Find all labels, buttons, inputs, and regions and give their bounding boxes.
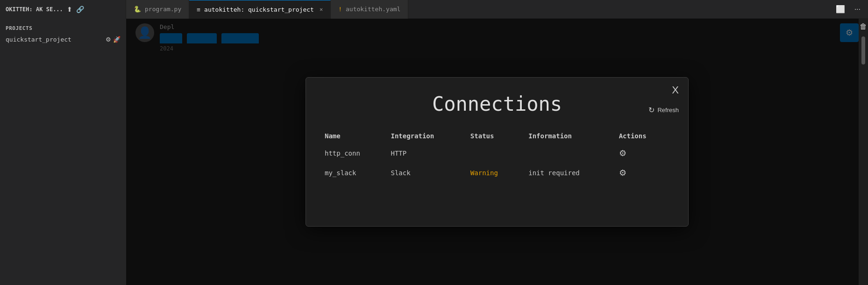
python-icon: 🐍 [134, 6, 141, 13]
status-badge: Warning [470, 169, 498, 177]
main-layout: Projects quickstart_project ⚙ 🚀 👤 Depl [0, 19, 868, 285]
conn-settings-button[interactable]: ⚙ [619, 168, 626, 178]
tab-autokitteh-yaml[interactable]: ! autokitteh.yaml [331, 0, 408, 19]
warning-tab-icon: ! [338, 6, 342, 13]
col-name: Name [325, 128, 383, 143]
more-actions-button[interactable]: ··· [853, 3, 862, 15]
project-label: quickstart_project [6, 36, 71, 43]
conn-information: init required [521, 163, 611, 183]
app-title: OKITTEH: AK SE... [6, 6, 63, 13]
scrollbar-thumb[interactable] [861, 36, 865, 64]
split-editor-button[interactable]: ⬜ [834, 3, 847, 15]
tab-autokitteh-quickstart[interactable]: ≡ autokitteh: quickstart_project ✕ [189, 0, 331, 19]
list-icon: ≡ [197, 6, 200, 13]
content-area: 👤 Depl 2024 ⚙ X [126, 19, 868, 285]
refresh-label: Refresh [657, 107, 679, 114]
refresh-icon: ↻ [648, 106, 655, 114]
modal-close-button[interactable]: X [672, 85, 679, 95]
col-status: Status [463, 128, 521, 143]
conn-actions: ⚙ [612, 143, 669, 163]
tools-icon[interactable]: ⚙ [106, 36, 111, 43]
tab-bar-actions: ⬜ ··· [834, 3, 868, 15]
tab-label: autokitteh.yaml [346, 6, 400, 13]
tab-bar: OKITTEH: AK SE... ⬆ 🔗 🐍 program.py ≡ aut… [0, 0, 868, 19]
tab-label: autokitteh: quickstart_project [204, 6, 314, 13]
conn-integration: Slack [383, 163, 462, 183]
table-row: my_slack Slack Warning init required ⚙ [325, 163, 669, 183]
conn-status [463, 143, 521, 163]
col-information: Information [521, 128, 611, 143]
modal-overlay: X Connections ↻ Refresh Name Integration… [126, 19, 868, 285]
conn-actions: ⚙ [612, 163, 669, 183]
col-actions: Actions [612, 128, 669, 143]
upload-icon[interactable]: ⬆ [67, 6, 72, 13]
conn-name: http_conn [325, 143, 383, 163]
modal-title: Connections [325, 93, 669, 115]
tab-label: program.py [145, 6, 181, 13]
delete-icon[interactable]: 🗑 [860, 22, 867, 31]
table-row: http_conn HTTP ⚙ [325, 143, 669, 163]
sidebar-header: Projects [0, 22, 126, 34]
col-integration: Integration [383, 128, 462, 143]
conn-settings-button[interactable]: ⚙ [619, 148, 626, 158]
sidebar: Projects quickstart_project ⚙ 🚀 [0, 19, 126, 285]
sidebar-item-quickstart[interactable]: quickstart_project ⚙ 🚀 [0, 34, 126, 45]
connections-table: Name Integration Status Information Acti… [325, 128, 669, 183]
conn-information [521, 143, 611, 163]
connections-modal: X Connections ↻ Refresh Name Integration… [306, 77, 689, 227]
link-broken-icon[interactable]: 🔗 [76, 6, 84, 13]
tab-program-py[interactable]: 🐍 program.py [126, 0, 189, 19]
conn-integration: HTTP [383, 143, 462, 163]
refresh-button[interactable]: ↻ Refresh [648, 106, 679, 114]
sidebar-item-icons: ⚙ 🚀 [106, 36, 121, 43]
close-icon[interactable]: ✕ [320, 6, 323, 13]
conn-name: my_slack [325, 163, 383, 183]
conn-status: Warning [463, 163, 521, 183]
rocket-icon[interactable]: 🚀 [113, 36, 121, 43]
table-header-row: Name Integration Status Information Acti… [325, 128, 669, 143]
